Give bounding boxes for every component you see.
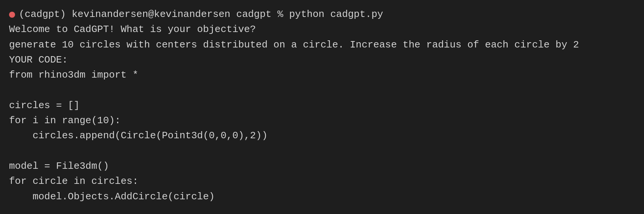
- output-line: generate 10 circles with centers distrib…: [9, 37, 635, 52]
- output-line: YOUR CODE:: [9, 52, 635, 67]
- line-text: generate 10 circles with centers distrib…: [9, 37, 579, 52]
- line-text: from rhino3dm import *: [9, 67, 138, 83]
- output-line: Welcome to CadGPT! What is your objectiv…: [9, 22, 635, 37]
- output-line: for i in range(10):: [9, 113, 635, 128]
- blank-line: [9, 204, 635, 214]
- line-text: Welcome to CadGPT! What is your objectiv…: [9, 22, 256, 37]
- line-text: YOUR CODE:: [9, 52, 68, 67]
- output-line: model.Objects.AddCircle(circle): [9, 189, 635, 204]
- line-text: for i in range(10):: [9, 113, 121, 128]
- line-text: for circle in circles:: [9, 174, 138, 189]
- prompt-dot-icon: [9, 12, 15, 18]
- output-line: model = File3dm(): [9, 159, 635, 174]
- line-text: model.Objects.AddCircle(circle): [9, 189, 215, 204]
- blank-line: [9, 83, 635, 98]
- output-line: circles = []: [9, 98, 635, 113]
- terminal-window: (cadgpt) kevinandersen@kevinandersen cad…: [0, 0, 644, 214]
- output-line: circles.append(Circle(Point3d(0,0,0),2)): [9, 128, 635, 143]
- output-line: for circle in circles:: [9, 174, 635, 189]
- line-text: circles = []: [9, 98, 79, 113]
- blank-line: [9, 144, 635, 159]
- prompt-line: (cadgpt) kevinandersen@kevinandersen cad…: [9, 7, 635, 22]
- line-text: (cadgpt) kevinandersen@kevinandersen cad…: [19, 7, 383, 22]
- line-text: model = File3dm(): [9, 159, 109, 174]
- output-line: from rhino3dm import *: [9, 67, 635, 83]
- line-text: circles.append(Circle(Point3d(0,0,0),2)): [9, 128, 268, 143]
